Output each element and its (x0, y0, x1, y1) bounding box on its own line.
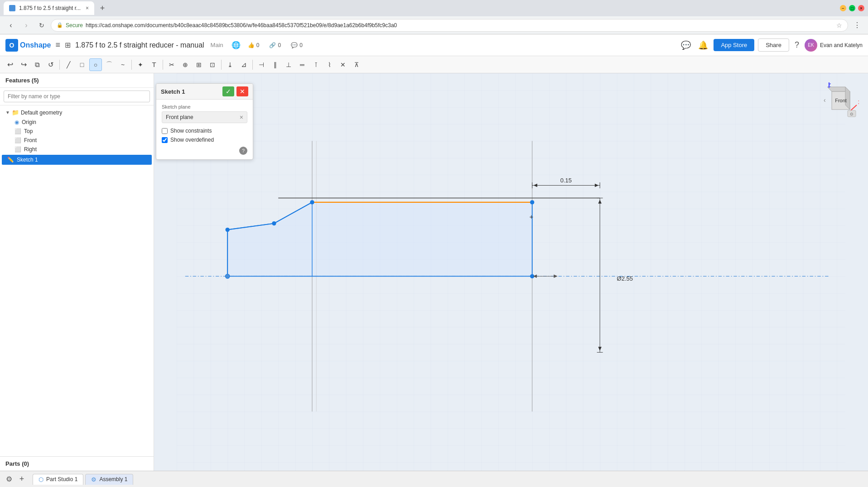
sidebar: Features (5) ▼ 📁 Default geometry ◉ Orig… (0, 73, 154, 471)
spline-tool[interactable]: ~ (116, 58, 129, 71)
forward-button[interactable]: › (20, 19, 33, 32)
redo-button[interactable]: ↪ (17, 58, 30, 71)
line-tool[interactable]: ╱ (62, 58, 75, 71)
copy-button[interactable]: ⧉ (31, 58, 43, 71)
share-button[interactable]: Share (758, 38, 789, 52)
avatar-circle: EK (805, 39, 817, 52)
sketch-panel-body: Sketch plane Front plane × Show constrai… (156, 100, 253, 159)
logo[interactable]: O Onshape (5, 39, 51, 52)
chat-button[interactable]: 💬 (679, 38, 693, 52)
tree-folder-default-geometry[interactable]: ▼ 📁 Default geometry (0, 107, 154, 118)
tab-part-studio-1[interactable]: ⬡ Part Studio 1 (33, 474, 83, 485)
text-tool[interactable]: T (148, 58, 160, 71)
svg-text:Ø2.55: Ø2.55 (617, 275, 633, 282)
reload-button[interactable]: ↻ (35, 19, 48, 32)
globe-icon[interactable]: 🌐 (231, 41, 241, 49)
show-constraints-label: Show constraints (170, 128, 212, 134)
tree-item-top[interactable]: ⬜ Top (0, 127, 154, 136)
tree-item-sketch1[interactable]: ✏️ Sketch 1 (2, 155, 152, 165)
tree-item-label: Top (24, 128, 33, 134)
point-tool[interactable]: ✦ (134, 58, 147, 71)
plane-close-icon[interactable]: × (240, 114, 243, 121)
back-button[interactable]: ‹ (5, 19, 17, 32)
svg-text:+: + (529, 213, 533, 220)
toolbar-sep2 (131, 60, 132, 70)
show-overdefined-row[interactable]: Show overdefined (162, 137, 247, 143)
features-header: Features (5) (0, 73, 154, 88)
tangent-tool[interactable]: ⌇ (323, 58, 336, 71)
bottom-bar: ⚙ + ⬡ Part Studio 1 ⚙ Assembly 1 (0, 471, 868, 487)
link-count: 0 (278, 42, 281, 48)
chevron-down-icon: ▼ (5, 110, 10, 115)
sketch-cancel-button[interactable]: ✕ (236, 86, 248, 96)
toolbar-sep1 (59, 60, 60, 70)
settings-button[interactable]: ⚙ (4, 474, 14, 485)
origin-icon: ◉ (14, 119, 19, 125)
arc-tool[interactable]: ⌒ (103, 58, 116, 71)
tab-close-icon[interactable]: × (86, 5, 89, 11)
filter-input[interactable] (4, 91, 150, 102)
help-button[interactable]: ? (793, 38, 801, 52)
comment-icon: 💬 (291, 42, 298, 48)
rectangle-tool[interactable]: □ (76, 58, 88, 71)
tree-item-right[interactable]: ⬜ Right (0, 145, 154, 154)
hamburger-button[interactable]: ≡ (55, 40, 60, 50)
minimize-button[interactable]: − (840, 5, 846, 11)
sketch-plane-row: Front plane × (162, 111, 247, 123)
help-icon[interactable]: ? (239, 147, 247, 155)
show-constraints-checkbox[interactable] (162, 128, 168, 134)
coincident-tool[interactable]: ⊣ (255, 58, 268, 71)
tree-item-origin[interactable]: ◉ Origin (0, 118, 154, 127)
equal-tool[interactable]: ═ (296, 58, 309, 71)
sketch-panel-header: Sketch 1 ✓ ✕ (156, 84, 253, 100)
user-avatar[interactable]: EK Evan and Katelyn (805, 39, 863, 52)
close-button[interactable]: × (858, 5, 864, 11)
undo-button[interactable]: ↩ (4, 58, 16, 71)
secure-label: Secure (66, 22, 83, 29)
parallel-tool[interactable]: ‖ (269, 58, 281, 71)
plane-icon: ⬜ (14, 146, 21, 153)
symmetric-tool[interactable]: ⊼ (350, 58, 363, 71)
like-counter[interactable]: 👍 0 (245, 40, 262, 50)
layout-toggle[interactable]: ⊞ (65, 41, 71, 49)
construction-tool[interactable]: ⊿ (237, 58, 250, 71)
refresh-button[interactable]: ↺ (44, 58, 57, 71)
tab-label: Part Studio 1 (46, 476, 77, 482)
show-constraints-row[interactable]: Show constraints (162, 128, 247, 134)
offset-tool[interactable]: ⊞ (193, 58, 205, 71)
doc-title: 1.875 f to 2.5 f straight reducer - manu… (75, 41, 204, 49)
view-cube[interactable]: Front X Z ‹ ⊙ (823, 82, 859, 119)
extend-tool[interactable]: ⊕ (179, 58, 192, 71)
mirror-tool[interactable]: ⤓ (224, 58, 236, 71)
show-overdefined-checkbox[interactable] (162, 137, 168, 143)
bell-button[interactable]: 🔔 (696, 38, 710, 52)
address-bar[interactable]: 🔒 Secure https://cad.onshape.com/documen… (51, 19, 848, 32)
canvas-area[interactable]: Sketch 1 ✓ ✕ Sketch plane Front plane × … (154, 73, 868, 471)
tab-assembly-1[interactable]: ⚙ Assembly 1 (85, 474, 133, 485)
url-text[interactable]: https://cad.onshape.com/documents/b40c8e… (86, 22, 834, 29)
fix-tool[interactable]: ✕ (337, 58, 349, 71)
star-icon[interactable]: ☆ (836, 22, 842, 29)
active-tab[interactable]: 1.875 f to 2.5 f straight r... × (4, 1, 94, 15)
thumbs-up-icon: 👍 (248, 42, 255, 48)
branch-name[interactable]: Main (211, 42, 223, 48)
perpendicular-tool[interactable]: ⊥ (282, 58, 295, 71)
new-tab-button[interactable]: + (96, 2, 109, 14)
browser-menu-button[interactable]: ⋮ (851, 19, 863, 32)
browser-chrome: 1.875 f to 2.5 f straight r... × + − □ ×… (0, 0, 868, 34)
sketch-canvas[interactable]: + 0.15 Ø2.55 (154, 73, 868, 471)
dimension-tool[interactable]: ⊺ (309, 58, 322, 71)
svg-point-12 (272, 221, 276, 225)
link-counter[interactable]: 🔗 0 (266, 40, 284, 50)
add-tab-button[interactable]: + (16, 474, 27, 485)
sketch-confirm-button[interactable]: ✓ (222, 86, 234, 96)
circle-tool[interactable]: ○ (89, 58, 102, 71)
svg-text:X: X (858, 100, 859, 105)
app-store-button[interactable]: App Store (714, 39, 754, 51)
maximize-button[interactable]: □ (849, 5, 855, 11)
pattern-tool[interactable]: ⊡ (206, 58, 219, 71)
trim-tool[interactable]: ✂ (165, 58, 178, 71)
tree-item-front[interactable]: ⬜ Front (0, 136, 154, 145)
comment-counter[interactable]: 💬 0 (288, 40, 305, 50)
app-header: O Onshape ≡ ⊞ 1.875 f to 2.5 f straight … (0, 34, 868, 56)
